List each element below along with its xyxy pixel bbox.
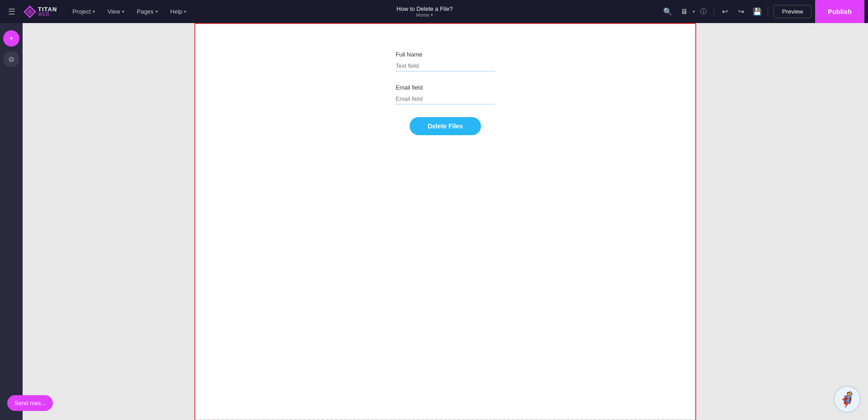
nav-item-project[interactable]: Project ▾ [66, 0, 101, 23]
page-subtitle: Home ▾ [416, 12, 433, 18]
nav-menu: Project ▾ View ▾ Pages ▾ Help ▾ [66, 0, 193, 23]
full-name-label: Full Name [396, 51, 495, 58]
nav-item-help[interactable]: Help ▾ [164, 0, 193, 23]
desktop-icon: 🖥 [680, 8, 688, 16]
chevron-down-icon: ▾ [431, 13, 433, 17]
redo-button[interactable]: ↪ [733, 4, 749, 19]
navbar-right: 🔍 🖥 ▾ ⓘ ↩ ↪ 💾 Preview Publish [656, 0, 868, 23]
chat-button[interactable]: Send mes... [7, 395, 53, 411]
device-toggle[interactable]: 🖥 ▾ [676, 4, 695, 19]
nav-item-pages[interactable]: Pages ▾ [131, 0, 164, 23]
info-icon: ⓘ [700, 8, 707, 16]
email-label: Email field [396, 84, 495, 91]
search-button[interactable]: 🔍 [660, 4, 675, 19]
canvas-inner: Full Name Email field Delete Files [23, 23, 868, 420]
page-frame: Full Name Email field Delete Files [194, 23, 696, 420]
form-container: Full Name Email field Delete Files [195, 24, 695, 135]
canvas-area[interactable]: Full Name Email field Delete Files [23, 23, 868, 420]
info-button[interactable]: ⓘ [696, 4, 711, 19]
navbar-center: How to Delete a File? Home ▾ [193, 5, 656, 18]
chevron-down-icon: ▾ [184, 9, 186, 14]
chevron-down-icon: ▾ [122, 9, 124, 14]
chevron-down-icon: ▾ [156, 9, 158, 14]
support-avatar[interactable]: 🦸 [834, 386, 861, 413]
publish-button[interactable]: Publish [815, 0, 864, 23]
logo-icon [24, 5, 36, 18]
preview-button[interactable]: Preview [774, 5, 811, 18]
delete-files-button[interactable]: Delete Files [410, 117, 481, 135]
nav-item-view[interactable]: View ▾ [101, 0, 131, 23]
logo-text: TITAN WEB [38, 6, 57, 17]
full-name-input[interactable] [396, 61, 495, 71]
chevron-down-icon: ▾ [693, 9, 695, 14]
save-button[interactable]: 💾 [750, 4, 765, 19]
left-sidebar: + ⚙ [0, 23, 23, 420]
hamburger-button[interactable]: ☰ [5, 4, 18, 19]
navbar: ☰ TITAN WEB Project ▾ View ▾ Pages [0, 0, 868, 23]
redo-icon: ↪ [738, 7, 744, 16]
page-title: How to Delete a File? [396, 5, 453, 12]
hamburger-icon: ☰ [8, 7, 15, 16]
form-inner: Full Name Email field Delete Files [396, 51, 495, 135]
search-icon: 🔍 [663, 7, 672, 16]
settings-button[interactable]: ⚙ [3, 51, 19, 67]
chevron-down-icon: ▾ [93, 9, 95, 14]
full-name-field-group: Full Name [396, 51, 495, 71]
divider [768, 6, 768, 17]
save-icon: 💾 [753, 7, 762, 16]
divider [714, 6, 714, 17]
add-element-button[interactable]: + [3, 30, 19, 47]
email-input[interactable] [396, 94, 495, 104]
undo-button[interactable]: ↩ [717, 4, 732, 19]
email-field-group: Email field [396, 84, 495, 104]
plus-icon: + [9, 34, 13, 42]
gear-icon: ⚙ [8, 55, 14, 64]
support-avatar-icon: 🦸 [838, 392, 856, 406]
undo-icon: ↩ [722, 7, 728, 16]
desktop-icon-button[interactable]: 🖥 [676, 4, 692, 19]
logo: TITAN WEB [20, 5, 61, 18]
